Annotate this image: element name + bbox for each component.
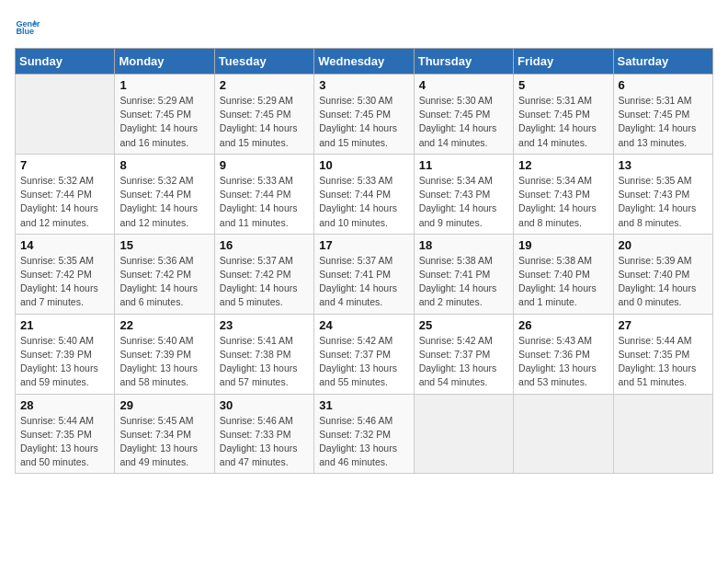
day-number: 7 (20, 158, 109, 172)
calendar-cell: 2Sunrise: 5:29 AM Sunset: 7:45 PM Daylig… (214, 75, 313, 155)
calendar-cell: 4Sunrise: 5:30 AM Sunset: 7:45 PM Daylig… (414, 75, 513, 155)
day-number: 18 (419, 238, 508, 252)
header-cell-wednesday: Wednesday (314, 49, 414, 75)
day-info: Sunrise: 5:33 AM Sunset: 7:44 PM Dayligh… (220, 174, 309, 230)
day-info: Sunrise: 5:44 AM Sunset: 7:35 PM Dayligh… (619, 334, 708, 390)
day-number: 6 (619, 78, 708, 92)
calendar-cell: 30Sunrise: 5:46 AM Sunset: 7:33 PM Dayli… (214, 394, 313, 474)
day-number: 13 (619, 158, 708, 172)
calendar-cell (613, 394, 712, 474)
calendar-cell: 5Sunrise: 5:31 AM Sunset: 7:45 PM Daylig… (514, 75, 613, 155)
day-info: Sunrise: 5:35 AM Sunset: 7:43 PM Dayligh… (619, 174, 708, 230)
header-cell-thursday: Thursday (414, 49, 513, 75)
calendar-table: SundayMondayTuesdayWednesdayThursdayFrid… (15, 48, 713, 474)
day-info: Sunrise: 5:33 AM Sunset: 7:44 PM Dayligh… (319, 174, 408, 230)
calendar-cell: 18Sunrise: 5:38 AM Sunset: 7:41 PM Dayli… (414, 234, 513, 314)
day-info: Sunrise: 5:42 AM Sunset: 7:37 PM Dayligh… (419, 334, 508, 390)
calendar-cell: 27Sunrise: 5:44 AM Sunset: 7:35 PM Dayli… (613, 314, 712, 394)
week-row-5: 28Sunrise: 5:44 AM Sunset: 7:35 PM Dayli… (16, 394, 713, 474)
day-number: 19 (518, 238, 608, 252)
day-number: 23 (220, 318, 309, 332)
day-number: 11 (419, 158, 508, 172)
calendar-cell: 31Sunrise: 5:46 AM Sunset: 7:32 PM Dayli… (314, 394, 414, 474)
day-info: Sunrise: 5:39 AM Sunset: 7:40 PM Dayligh… (619, 254, 708, 310)
day-info: Sunrise: 5:37 AM Sunset: 7:42 PM Dayligh… (220, 254, 309, 310)
day-info: Sunrise: 5:46 AM Sunset: 7:33 PM Dayligh… (220, 414, 309, 470)
week-row-3: 14Sunrise: 5:35 AM Sunset: 7:42 PM Dayli… (16, 234, 713, 314)
day-number: 20 (619, 238, 708, 252)
day-info: Sunrise: 5:32 AM Sunset: 7:44 PM Dayligh… (119, 174, 209, 230)
day-number: 26 (518, 318, 608, 332)
day-number: 15 (119, 238, 209, 252)
day-number: 4 (419, 78, 508, 92)
day-info: Sunrise: 5:43 AM Sunset: 7:36 PM Dayligh… (518, 334, 608, 390)
week-row-4: 21Sunrise: 5:40 AM Sunset: 7:39 PM Dayli… (16, 314, 713, 394)
day-info: Sunrise: 5:40 AM Sunset: 7:39 PM Dayligh… (20, 334, 109, 390)
logo-icon: General Blue (15, 15, 40, 40)
day-info: Sunrise: 5:44 AM Sunset: 7:35 PM Dayligh… (20, 414, 109, 470)
day-number: 5 (518, 78, 608, 92)
calendar-cell: 9Sunrise: 5:33 AM Sunset: 7:44 PM Daylig… (214, 154, 313, 234)
calendar-cell: 21Sunrise: 5:40 AM Sunset: 7:39 PM Dayli… (16, 314, 115, 394)
calendar-cell: 17Sunrise: 5:37 AM Sunset: 7:41 PM Dayli… (314, 234, 414, 314)
day-number: 25 (419, 318, 508, 332)
day-number: 31 (319, 398, 408, 412)
calendar-cell: 11Sunrise: 5:34 AM Sunset: 7:43 PM Dayli… (414, 154, 513, 234)
calendar-cell (16, 75, 115, 155)
calendar-cell: 23Sunrise: 5:41 AM Sunset: 7:38 PM Dayli… (214, 314, 313, 394)
calendar-cell: 28Sunrise: 5:44 AM Sunset: 7:35 PM Dayli… (16, 394, 115, 474)
day-number: 24 (319, 318, 408, 332)
calendar-cell (514, 394, 613, 474)
calendar-cell: 20Sunrise: 5:39 AM Sunset: 7:40 PM Dayli… (613, 234, 712, 314)
day-number: 21 (20, 318, 109, 332)
day-number: 2 (220, 78, 309, 92)
day-number: 29 (119, 398, 209, 412)
day-info: Sunrise: 5:34 AM Sunset: 7:43 PM Dayligh… (518, 174, 608, 230)
day-info: Sunrise: 5:31 AM Sunset: 7:45 PM Dayligh… (619, 94, 708, 150)
logo: General Blue (15, 15, 44, 40)
day-info: Sunrise: 5:46 AM Sunset: 7:32 PM Dayligh… (319, 414, 408, 470)
day-number: 12 (518, 158, 608, 172)
day-number: 1 (119, 78, 209, 92)
header-cell-monday: Monday (115, 49, 214, 75)
calendar-cell: 13Sunrise: 5:35 AM Sunset: 7:43 PM Dayli… (613, 154, 712, 234)
calendar-cell: 14Sunrise: 5:35 AM Sunset: 7:42 PM Dayli… (16, 234, 115, 314)
calendar-cell: 15Sunrise: 5:36 AM Sunset: 7:42 PM Dayli… (115, 234, 214, 314)
day-info: Sunrise: 5:31 AM Sunset: 7:45 PM Dayligh… (518, 94, 608, 150)
calendar-cell: 3Sunrise: 5:30 AM Sunset: 7:45 PM Daylig… (314, 75, 414, 155)
calendar-cell: 12Sunrise: 5:34 AM Sunset: 7:43 PM Dayli… (514, 154, 613, 234)
day-info: Sunrise: 5:34 AM Sunset: 7:43 PM Dayligh… (419, 174, 508, 230)
day-number: 16 (220, 238, 309, 252)
day-number: 3 (319, 78, 408, 92)
calendar-cell: 24Sunrise: 5:42 AM Sunset: 7:37 PM Dayli… (314, 314, 414, 394)
calendar-cell: 6Sunrise: 5:31 AM Sunset: 7:45 PM Daylig… (613, 75, 712, 155)
header: General Blue (15, 15, 713, 40)
calendar-cell: 25Sunrise: 5:42 AM Sunset: 7:37 PM Dayli… (414, 314, 513, 394)
day-info: Sunrise: 5:30 AM Sunset: 7:45 PM Dayligh… (319, 94, 408, 150)
day-info: Sunrise: 5:45 AM Sunset: 7:34 PM Dayligh… (119, 414, 209, 470)
day-info: Sunrise: 5:40 AM Sunset: 7:39 PM Dayligh… (119, 334, 209, 390)
header-cell-tuesday: Tuesday (214, 49, 313, 75)
calendar-cell (414, 394, 513, 474)
day-info: Sunrise: 5:37 AM Sunset: 7:41 PM Dayligh… (319, 254, 408, 310)
calendar-cell: 29Sunrise: 5:45 AM Sunset: 7:34 PM Dayli… (115, 394, 214, 474)
calendar-cell: 26Sunrise: 5:43 AM Sunset: 7:36 PM Dayli… (514, 314, 613, 394)
day-number: 17 (319, 238, 408, 252)
day-number: 22 (119, 318, 209, 332)
day-number: 10 (319, 158, 408, 172)
day-info: Sunrise: 5:42 AM Sunset: 7:37 PM Dayligh… (319, 334, 408, 390)
header-cell-friday: Friday (514, 49, 613, 75)
day-info: Sunrise: 5:30 AM Sunset: 7:45 PM Dayligh… (419, 94, 508, 150)
day-info: Sunrise: 5:38 AM Sunset: 7:41 PM Dayligh… (419, 254, 508, 310)
day-info: Sunrise: 5:29 AM Sunset: 7:45 PM Dayligh… (220, 94, 309, 150)
day-number: 27 (619, 318, 708, 332)
week-row-1: 1Sunrise: 5:29 AM Sunset: 7:45 PM Daylig… (16, 75, 713, 155)
day-info: Sunrise: 5:41 AM Sunset: 7:38 PM Dayligh… (220, 334, 309, 390)
header-cell-sunday: Sunday (16, 49, 115, 75)
svg-text:Blue: Blue (16, 27, 34, 36)
day-number: 9 (220, 158, 309, 172)
day-number: 8 (119, 158, 209, 172)
day-number: 28 (20, 398, 109, 412)
day-info: Sunrise: 5:38 AM Sunset: 7:40 PM Dayligh… (518, 254, 608, 310)
calendar-cell: 16Sunrise: 5:37 AM Sunset: 7:42 PM Dayli… (214, 234, 313, 314)
